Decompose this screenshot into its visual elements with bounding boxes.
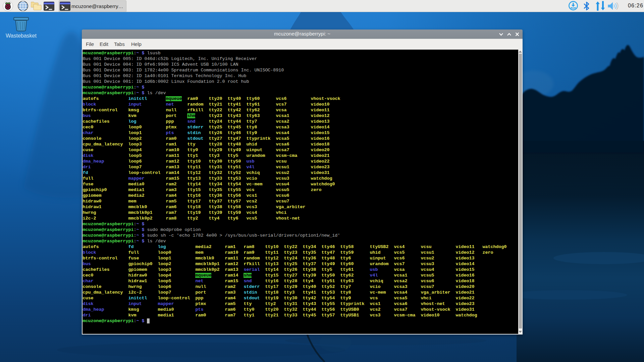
svg-text:Wastebasket: Wastebasket	[6, 33, 37, 39]
